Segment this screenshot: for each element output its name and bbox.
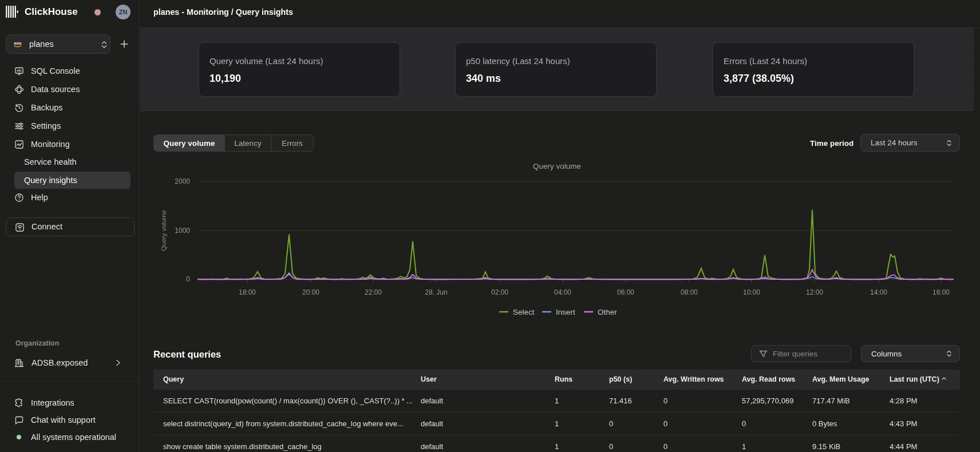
svg-text:Insert: Insert xyxy=(556,308,575,316)
svg-text:08:00: 08:00 xyxy=(681,288,698,296)
svg-text:12:00: 12:00 xyxy=(806,288,823,296)
svg-text:14:00: 14:00 xyxy=(870,288,887,296)
svg-text:10:00: 10:00 xyxy=(743,288,760,296)
svg-text:28. Jun: 28. Jun xyxy=(425,288,447,296)
svg-text:22:00: 22:00 xyxy=(365,288,382,296)
svg-text:aws: aws xyxy=(14,41,22,45)
svg-text:06:00: 06:00 xyxy=(617,288,634,296)
svg-text:2000: 2000 xyxy=(175,177,190,185)
svg-text:Query volume: Query volume xyxy=(533,162,581,171)
svg-text:0: 0 xyxy=(186,275,190,283)
svg-text:1000: 1000 xyxy=(175,227,190,235)
svg-text:18:00: 18:00 xyxy=(239,288,256,296)
svg-text:20:00: 20:00 xyxy=(302,288,319,296)
svg-text:16:00: 16:00 xyxy=(932,288,950,296)
svg-text:Query volume: Query volume xyxy=(160,210,167,251)
svg-text:Select: Select xyxy=(513,308,535,316)
svg-text:02:00: 02:00 xyxy=(491,288,508,296)
svg-text:Other: Other xyxy=(598,308,617,316)
svg-text:04:00: 04:00 xyxy=(554,288,571,296)
